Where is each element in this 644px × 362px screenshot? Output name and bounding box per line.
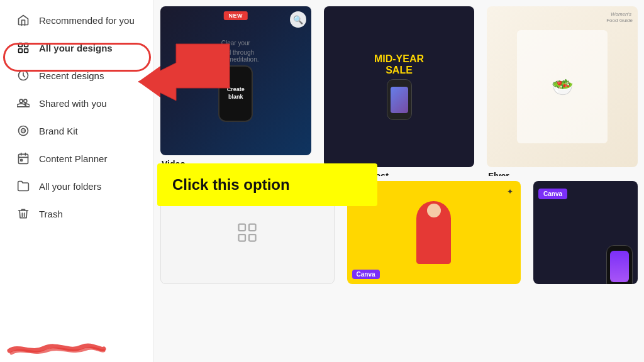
svg-rect-12 [21, 160, 23, 161]
trash-icon [16, 207, 30, 221]
grid-icon [16, 41, 30, 55]
sidebar-item-label: Trash [39, 209, 63, 219]
sidebar-item-label: All your designs [39, 43, 113, 53]
canva-dark-thumb: Canva [533, 181, 638, 284]
canva-badge-yellow: Canva [352, 270, 380, 279]
svg-rect-17 [239, 234, 246, 241]
sidebar-item-label: Recent designs [39, 70, 104, 81]
bottom-card-canva-dark[interactable]: Canva [527, 176, 644, 289]
sidebar-item-brand-kit[interactable]: co Brand Kit [5, 118, 148, 144]
red-scribble [6, 339, 107, 357]
sidebar-item-recent[interactable]: Recent designs [5, 62, 148, 89]
sidebar-item-label: Recommended for you [39, 15, 135, 26]
callout-box: Click this option [157, 163, 377, 206]
new-badge: NEW [224, 11, 248, 20]
svg-rect-1 [25, 43, 28, 47]
svg-rect-2 [19, 49, 23, 53]
template-thumb-instagram: MID-YEAR SALE [324, 6, 475, 167]
template-card-flyer[interactable]: Women's Food Guide 🥗 Flyer [480, 0, 644, 182]
folder-icon [16, 179, 30, 193]
sidebar-item-all-designs[interactable]: All your designs [5, 35, 148, 61]
templates-row: NEW Clear your mind through yoga meditat… [154, 0, 644, 182]
svg-rect-3 [25, 49, 28, 53]
svg-rect-8 [19, 154, 28, 163]
person-plus-icon [16, 96, 30, 110]
clock-icon [16, 69, 30, 82]
svg-text:co: co [22, 129, 26, 133]
sidebar-item-label: Content Planner [39, 153, 107, 164]
sidebar: Recommended for you All your designs Rec… [0, 0, 154, 362]
svg-rect-18 [249, 234, 256, 241]
sidebar-item-recommended[interactable]: Recommended for you [5, 7, 148, 33]
canva-badge-dark: Canva [538, 189, 567, 199]
svg-rect-16 [249, 224, 256, 231]
template-card-instagram[interactable]: MID-YEAR SALE Instagram Post [318, 0, 481, 182]
sidebar-item-content-planner[interactable]: Content Planner [5, 145, 148, 172]
brand-kit-icon: co [16, 124, 30, 138]
sidebar-item-folders[interactable]: All your folders [5, 173, 148, 199]
svg-rect-0 [19, 43, 23, 47]
sidebar-item-label: All your folders [39, 181, 101, 192]
sidebar-item-trash[interactable]: Trash [5, 200, 148, 227]
sidebar-item-label: Shared with you [39, 98, 107, 109]
sidebar-item-label: Brand Kit [39, 126, 78, 136]
sidebar-item-shared[interactable]: Shared with you [5, 90, 148, 116]
template-thumb-video: NEW Clear your mind through yoga meditat… [160, 6, 311, 155]
calendar-icon [16, 151, 30, 165]
callout-text: Click this option [172, 176, 290, 193]
svg-rect-15 [239, 224, 246, 231]
template-card-video[interactable]: NEW Clear your mind through yoga meditat… [154, 0, 318, 182]
home-icon [16, 13, 30, 27]
template-thumb-flyer: Women's Food Guide 🥗 [487, 6, 638, 167]
search-overlay-icon[interactable]: 🔍 [290, 11, 306, 28]
main-content: NEW Clear your mind through yoga meditat… [154, 0, 644, 362]
